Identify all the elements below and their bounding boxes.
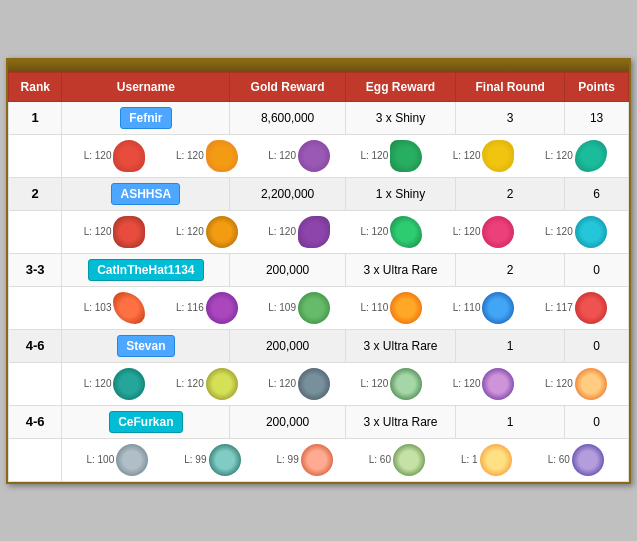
- egg-reward-cell: 1 x Shiny: [345, 177, 455, 210]
- egg-reward-cell: 3 x Shiny: [345, 101, 455, 134]
- pokemon-row: L: 100L: 99L: 99L: 60L: 1L: 60: [9, 438, 629, 481]
- egg-reward-cell: 3 x Ultra Rare: [345, 253, 455, 286]
- pokemon-sprite: [482, 140, 514, 172]
- pokemon-sprite: [575, 368, 607, 400]
- pokemon-level: L: 120: [268, 226, 296, 237]
- pokemon-entry: L: 120: [268, 368, 330, 400]
- pokemon-entry: L: 120: [545, 368, 607, 400]
- pokemon-entry: L: 120: [453, 368, 515, 400]
- pokemon-sprite: [390, 368, 422, 400]
- pokemon-sprite: [298, 140, 330, 172]
- pokemon-entry: L: 99: [277, 444, 333, 476]
- pokemon-level: L: 1: [461, 454, 478, 465]
- player-row: 1Fefnir8,600,0003 x Shiny313: [9, 101, 629, 134]
- egg-reward-cell: 3 x Ultra Rare: [345, 405, 455, 438]
- col-username: Username: [62, 72, 230, 101]
- pokemon-level: L: 120: [176, 150, 204, 161]
- pokemon-sprite: [390, 140, 422, 172]
- pokemon-sprite: [113, 216, 145, 248]
- points-cell: 0: [565, 253, 629, 286]
- pokemon-level: L: 120: [453, 226, 481, 237]
- pokemon-sprite: [298, 292, 330, 324]
- rank-cell: 1: [9, 101, 62, 134]
- pokemon-sprite: [390, 216, 422, 248]
- pokemon-entry: L: 120: [176, 368, 238, 400]
- pokemon-sprite: [393, 444, 425, 476]
- pokemon-level: L: 120: [268, 378, 296, 389]
- pokemon-sprite: [480, 444, 512, 476]
- player-row: 4-6Stevan200,0003 x Ultra Rare10: [9, 329, 629, 362]
- rank-cell: 4-6: [9, 405, 62, 438]
- pokemon-entry: L: 60: [548, 444, 604, 476]
- col-final-round: Final Round: [456, 72, 565, 101]
- pokemon-level: L: 120: [360, 226, 388, 237]
- pokemon-entry: L: 120: [360, 140, 422, 172]
- pokemon-level: L: 110: [453, 302, 481, 313]
- final-round-cell: 3: [456, 101, 565, 134]
- gold-reward-cell: 8,600,000: [230, 101, 346, 134]
- tournament-window: RankUsernameGold RewardEgg RewardFinal R…: [6, 58, 631, 484]
- pokemon-row: L: 120L: 120L: 120L: 120L: 120L: 120: [9, 134, 629, 177]
- pokemon-level: L: 100: [86, 454, 114, 465]
- pokemon-sprite: [206, 216, 238, 248]
- pokemon-level: L: 60: [369, 454, 391, 465]
- pokemon-sprite: [113, 140, 145, 172]
- username-button[interactable]: CeFurkan: [109, 411, 182, 433]
- pokemon-sprite: [113, 292, 145, 324]
- pokemon-level: L: 120: [84, 150, 112, 161]
- final-round-cell: 1: [456, 329, 565, 362]
- pokemon-entry: L: 117: [545, 292, 607, 324]
- pokemon-sprite: [482, 292, 514, 324]
- rank-cell: 2: [9, 177, 62, 210]
- pokemon-sprite: [113, 368, 145, 400]
- gold-reward-cell: 200,000: [230, 253, 346, 286]
- pokemon-level: L: 120: [545, 378, 573, 389]
- pokemon-sprite: [390, 292, 422, 324]
- pokemon-level: L: 99: [184, 454, 206, 465]
- pokemon-level: L: 109: [268, 302, 296, 313]
- pokemon-level: L: 120: [360, 378, 388, 389]
- pokemon-sprite: [298, 368, 330, 400]
- pokemon-level: L: 120: [545, 226, 573, 237]
- pokemon-sprite: [301, 444, 333, 476]
- pokemon-entry: L: 120: [360, 368, 422, 400]
- pokemon-list: L: 100L: 99L: 99L: 60L: 1L: 60: [62, 438, 629, 481]
- players-table: RankUsernameGold RewardEgg RewardFinal R…: [8, 72, 629, 482]
- points-cell: 0: [565, 405, 629, 438]
- rank-cell: 4-6: [9, 329, 62, 362]
- username-button[interactable]: CatInTheHat1134: [88, 259, 203, 281]
- username-button[interactable]: Fefnir: [120, 107, 171, 129]
- pokemon-sprite: [206, 292, 238, 324]
- pokemon-row: L: 120L: 120L: 120L: 120L: 120L: 120: [9, 210, 629, 253]
- final-round-cell: 1: [456, 405, 565, 438]
- pokemon-sprite: [575, 292, 607, 324]
- pokemon-level: L: 120: [268, 150, 296, 161]
- pokemon-level: L: 120: [453, 378, 481, 389]
- pokemon-level: L: 120: [84, 378, 112, 389]
- table-wrapper[interactable]: RankUsernameGold RewardEgg RewardFinal R…: [8, 72, 629, 482]
- pokemon-entry: L: 120: [268, 216, 330, 248]
- pokemon-level: L: 60: [548, 454, 570, 465]
- points-cell: 13: [565, 101, 629, 134]
- pokemon-sprite: [482, 368, 514, 400]
- player-row: 2ASHHSA2,200,0001 x Shiny26: [9, 177, 629, 210]
- username-button[interactable]: Stevan: [117, 335, 174, 357]
- pokemon-entry: L: 1: [461, 444, 512, 476]
- username-button[interactable]: ASHHSA: [111, 183, 180, 205]
- final-round-cell: 2: [456, 177, 565, 210]
- rank-cell: 3-3: [9, 253, 62, 286]
- points-cell: 6: [565, 177, 629, 210]
- pokemon-level: L: 103: [84, 302, 112, 313]
- pokemon-level: L: 120: [176, 226, 204, 237]
- pokemon-list: L: 103L: 116L: 109L: 110L: 110L: 117: [62, 286, 629, 329]
- pokemon-entry: L: 109: [268, 292, 330, 324]
- pokemon-sprite: [206, 140, 238, 172]
- pokemon-entry: L: 120: [453, 140, 515, 172]
- pokemon-sprite: [575, 140, 607, 172]
- pokemon-sprite: [482, 216, 514, 248]
- window-title: [8, 60, 629, 72]
- pokemon-sprite: [572, 444, 604, 476]
- gold-reward-cell: 2,200,000: [230, 177, 346, 210]
- col-rank: Rank: [9, 72, 62, 101]
- pokemon-list: L: 120L: 120L: 120L: 120L: 120L: 120: [62, 210, 629, 253]
